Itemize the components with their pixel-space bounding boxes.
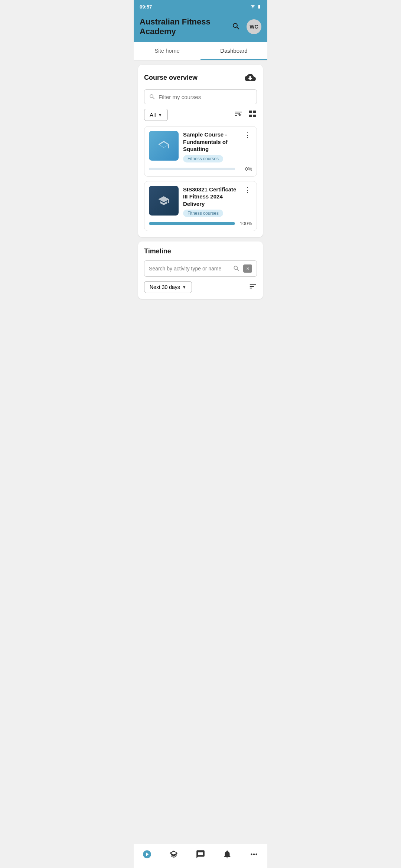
progress-pct-2: 100% [239, 221, 252, 226]
cloud-download-icon [245, 72, 256, 83]
course-overview-card: Course overview All ▼ [138, 65, 263, 237]
sort-icon [234, 109, 243, 118]
course-thumbnail-2 [149, 186, 179, 216]
course-tag-2: Fitness courses [183, 210, 223, 217]
course-thumb-bg-1 [149, 131, 179, 161]
days-dropdown-arrow-icon: ▼ [182, 285, 186, 289]
timeline-sort-icon [249, 282, 257, 290]
timeline-search-wrapper[interactable]: ✕ [144, 260, 257, 277]
status-time: 09:57 [140, 4, 152, 10]
course-top-1: Sample Course - Fundamentals of Squattin… [149, 131, 252, 162]
dropdown-arrow-icon: ▼ [158, 113, 162, 117]
header-search-button[interactable] [230, 20, 242, 33]
tab-dashboard[interactable]: Dashboard [200, 42, 267, 60]
progress-bar-bg-2 [149, 222, 235, 225]
filter-controls: All ▼ [144, 109, 257, 121]
all-dropdown-label: All [150, 112, 156, 118]
course-top-2: SIS30321 Certificate III Fitness 2024 De… [149, 186, 252, 217]
app-header: Australian Fitness Academy WC [134, 13, 267, 42]
header-icons: WC [230, 19, 261, 34]
timeline-card: Timeline ✕ Next 30 days ▼ [138, 241, 263, 299]
search-icon [232, 22, 241, 31]
grid-icon [248, 109, 257, 118]
filter-input-wrapper[interactable] [144, 89, 257, 104]
filter-input[interactable] [159, 94, 252, 100]
course-name-2: SIS30321 Certificate III Fitness 2024 De… [183, 186, 241, 208]
course-tag-1: Fitness courses [183, 155, 223, 162]
tab-navigation: Site home Dashboard [134, 42, 267, 60]
app-title: Australian Fitness Academy [140, 17, 230, 36]
course-header-row-1: Sample Course - Fundamentals of Squattin… [183, 131, 252, 153]
course-info-1: Sample Course - Fundamentals of Squattin… [183, 131, 252, 162]
days-dropdown-label: Next 30 days [150, 284, 180, 290]
course-menu-2[interactable]: ⋮ [244, 186, 252, 194]
course-thumb-icon-1 [158, 140, 170, 152]
progress-bar-fill-2 [149, 222, 235, 225]
course-thumbnail-1 [149, 131, 179, 161]
timeline-sort-button[interactable] [249, 282, 257, 292]
progress-row-2: 100% [149, 221, 252, 226]
clear-search-button[interactable]: ✕ [243, 264, 252, 273]
filter-search-icon [149, 93, 156, 100]
timeline-title: Timeline [144, 247, 171, 255]
course-info-2: SIS30321 Certificate III Fitness 2024 De… [183, 186, 252, 217]
course-card-1[interactable]: Sample Course - Fundamentals of Squattin… [144, 126, 257, 177]
timeline-header: Timeline [144, 247, 257, 255]
progress-bar-bg-1 [149, 168, 235, 170]
status-icons [250, 4, 261, 9]
bottom-spacer [138, 303, 263, 333]
timeline-search-icons: ✕ [233, 264, 252, 273]
timeline-search-icon [233, 265, 240, 272]
course-thumb-bg-2 [149, 186, 179, 216]
course-header-row-2: SIS30321 Certificate III Fitness 2024 De… [183, 186, 252, 208]
progress-pct-1: 0% [239, 166, 252, 172]
grid-view-button[interactable] [248, 109, 257, 120]
course-thumb-icon-2 [158, 195, 170, 207]
main-content: Course overview All ▼ [134, 60, 267, 338]
battery-icon [257, 4, 261, 9]
tab-site-home[interactable]: Site home [134, 42, 200, 60]
course-card-2[interactable]: SIS30321 Certificate III Fitness 2024 De… [144, 181, 257, 231]
view-icons [234, 109, 257, 120]
days-dropdown[interactable]: Next 30 days ▼ [144, 281, 192, 293]
avatar[interactable]: WC [247, 19, 261, 34]
wifi-icon [250, 4, 255, 9]
course-overview-title: Course overview [144, 74, 198, 82]
download-button[interactable] [244, 71, 257, 84]
course-menu-1[interactable]: ⋮ [244, 131, 252, 139]
progress-row-1: 0% [149, 166, 252, 172]
timeline-controls: Next 30 days ▼ [144, 281, 257, 293]
timeline-search-input[interactable] [149, 266, 233, 272]
status-bar: 09:57 [134, 0, 267, 13]
course-name-1: Sample Course - Fundamentals of Squattin… [183, 131, 241, 153]
all-dropdown[interactable]: All ▼ [144, 109, 168, 121]
course-overview-header: Course overview [144, 71, 257, 84]
sort-button[interactable] [234, 109, 243, 120]
